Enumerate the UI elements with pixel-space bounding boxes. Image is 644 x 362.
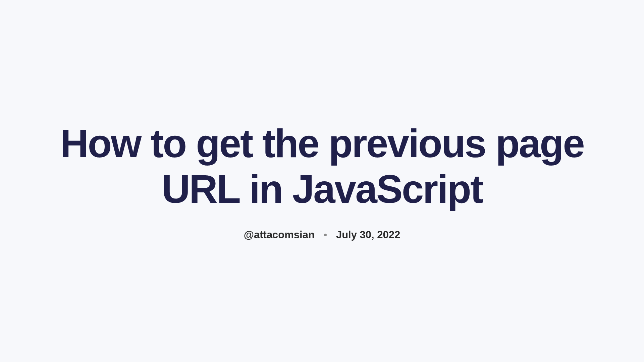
article-title: How to get the previous page URL in Java… <box>20 121 624 212</box>
article-card: How to get the previous page URL in Java… <box>0 121 644 241</box>
article-meta: @attacomsian July 30, 2022 <box>244 229 400 241</box>
author-handle: @attacomsian <box>244 229 315 241</box>
dot-separator-icon <box>324 234 327 236</box>
publish-date: July 30, 2022 <box>336 229 400 241</box>
